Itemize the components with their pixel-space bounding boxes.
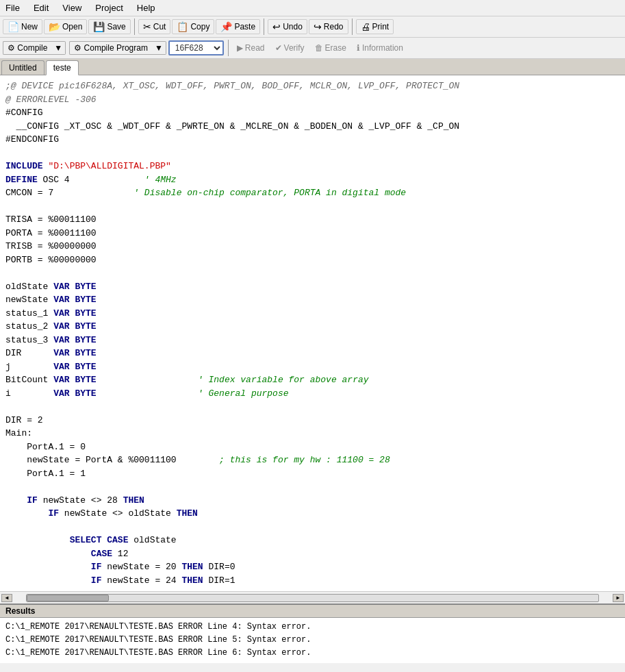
cmcon-line: CMCON = 7 ' Disable on-chip comparator, … <box>5 188 406 198</box>
if-keyword-2: IF <box>48 508 59 519</box>
byte-keyword-9: BYTE <box>75 388 96 399</box>
read-button[interactable]: ▶ Read <box>233 42 269 54</box>
compile-program-button[interactable]: ⚙ Compile Program <box>69 41 152 55</box>
var-keyword-7: VAR <box>53 362 69 372</box>
menu-project[interactable]: Project <box>92 1 125 14</box>
menu-edit[interactable]: Edit <box>31 1 51 14</box>
oldstate-line: oldState VAR BYTE <box>5 282 97 292</box>
main-label: Main: <box>5 428 32 438</box>
if-keyword-1: IF <box>27 495 38 506</box>
var-keyword-8: VAR <box>53 375 69 385</box>
menu-bar: File Edit View Project Help <box>0 0 625 16</box>
cut-icon: ✂ <box>143 21 151 32</box>
config-keyword: #CONFIG <box>5 108 43 118</box>
editor-area[interactable]: ;@ DEVICE pic16F628A, XT_OSC, WDT_OFF, P… <box>0 75 625 591</box>
if-newstate-20-line: IF newState = 20 THEN DIR=0 <box>5 562 235 572</box>
menu-help[interactable]: Help <box>134 1 158 14</box>
info-icon: ℹ <box>357 43 360 53</box>
status3-line: status_3 VAR BYTE <box>5 335 97 345</box>
print-icon: 🖨 <box>361 21 370 32</box>
new-button[interactable]: 📄 New <box>3 19 42 34</box>
redo-icon: ↪ <box>314 21 322 32</box>
menu-view[interactable]: View <box>60 1 84 14</box>
include-line: INCLUDE "D:\PBP\ALLDIGITAL.PBP" <box>5 161 171 171</box>
byte-keyword-2: BYTE <box>75 295 96 305</box>
newstate-comment: ; this is for my hw : 11100 = 28 <box>219 455 390 465</box>
paste-button[interactable]: 📌 Paste <box>216 19 260 34</box>
trisb-line: TRISB = %00000000 <box>5 241 97 251</box>
error-line-1: C:\1_REMOTE 2017\RENAULT\TESTE.BAS ERROR… <box>5 621 620 634</box>
print-button[interactable]: 🖨 Print <box>356 19 394 34</box>
if-keyword-4: IF <box>91 575 102 586</box>
copy-button[interactable]: 📋 Copy <box>172 19 214 34</box>
endconfig-keyword: #ENDCONFIG <box>5 134 59 145</box>
then-keyword-2: THEN <box>177 508 198 519</box>
var-keyword-4: VAR <box>53 321 69 332</box>
then-keyword-3: THEN <box>181 562 203 572</box>
new-icon: 📄 <box>8 21 19 32</box>
porta1-one-line: PortA.1 = 1 <box>5 469 86 479</box>
paste-icon: 📌 <box>220 21 232 32</box>
var-keyword-3: VAR <box>53 308 69 319</box>
status1-line: status_1 VAR BYTE <box>5 308 97 319</box>
error-line-3: C:\1_REMOTE 2017\RENAULT\TESTE.BAS ERROR… <box>5 647 620 660</box>
dir-assign-line: DIR = 2 <box>5 415 43 425</box>
verify-button[interactable]: ✔ Verify <box>271 42 309 54</box>
cut-button[interactable]: ✂ Cut <box>138 19 171 34</box>
porta-line: PORTA = %00011100 <box>5 228 97 238</box>
i-line: i VAR BYTE ' General purpose <box>5 388 289 399</box>
byte-keyword-4: BYTE <box>75 321 96 332</box>
byte-keyword-5: BYTE <box>75 335 96 345</box>
then-keyword-1: THEN <box>123 495 144 506</box>
undo-button[interactable]: ↩ Undo <box>268 19 307 34</box>
undo-icon: ↩ <box>272 21 281 32</box>
compile-program-arrow-button[interactable]: ▼ <box>152 41 166 55</box>
config-line: __CONFIG _XT_OSC & _WDT_OFF & _PWRTE_ON … <box>5 121 459 132</box>
separator-2 <box>264 18 264 35</box>
byte-keyword-7: BYTE <box>75 362 96 372</box>
j-line: j VAR BYTE <box>5 362 97 372</box>
open-button[interactable]: 📂 Open <box>44 19 87 34</box>
byte-keyword-3: BYTE <box>75 308 96 319</box>
define-line: DEFINE OSC 4 ' 4MHz <box>5 175 177 185</box>
error-line-2: C:\1_REMOTE 2017\RENAULT\TESTE.BAS ERROR… <box>5 634 620 647</box>
information-button[interactable]: ℹ Information <box>353 42 407 54</box>
scroll-right-button[interactable]: ▶ <box>613 594 624 602</box>
compile-arrow-button[interactable]: ▼ <box>51 41 66 55</box>
var-keyword-5: VAR <box>53 335 69 345</box>
separator-compile <box>228 40 229 56</box>
compile-button[interactable]: ⚙ Compile <box>3 41 51 55</box>
porta1-zero-line: PortA.1 = 0 <box>5 442 86 452</box>
include-path: "D:\PBP\ALLDIGITAL.PBP" <box>48 161 170 171</box>
define-keyword: DEFINE <box>5 175 38 185</box>
bitcount-comment: ' Index variable for above array <box>198 375 369 385</box>
device-directive: ;@ DEVICE pic16F628A, XT_OSC, WDT_OFF, P… <box>5 81 459 91</box>
portb-line: PORTB = %00000000 <box>5 255 97 265</box>
status2-line: status_2 VAR BYTE <box>5 321 97 332</box>
trisa-line: TRISA = %00011100 <box>5 214 97 225</box>
toolbar: 📄 New 📂 Open 💾 Save ✂ Cut 📋 Copy 📌 Paste… <box>0 16 625 38</box>
redo-button[interactable]: ↪ Redo <box>309 19 348 34</box>
copy-icon: 📋 <box>177 21 188 32</box>
horizontal-scrollbar[interactable] <box>26 594 599 602</box>
save-button[interactable]: 💾 Save <box>88 19 130 34</box>
if-oldstate-line: IF newState <> oldState THEN <box>5 508 198 519</box>
compile-bar: ⚙ Compile ▼ ⚙ Compile Program ▼ 16F628 1… <box>0 38 625 59</box>
tab-untitled[interactable]: Untitled <box>1 60 44 75</box>
read-icon: ▶ <box>237 43 243 53</box>
then-keyword-4: THEN <box>181 575 203 586</box>
case-12-line: CASE 12 <box>5 549 128 559</box>
erase-icon: 🗑 <box>315 43 323 53</box>
erase-button[interactable]: 🗑 Erase <box>311 42 350 54</box>
horizontal-scrollbar-area: ◀ ▶ <box>0 591 625 603</box>
scrollbar-thumb[interactable] <box>27 595 109 601</box>
results-content: C:\1_REMOTE 2017\RENAULT\TESTE.BAS ERROR… <box>0 618 625 663</box>
compile-icon: ⚙ <box>8 43 15 53</box>
separator-3 <box>352 18 353 35</box>
cmcon-comment: ' Disable on-chip comparator, PORTA in d… <box>133 188 406 198</box>
tab-teste[interactable]: teste <box>46 60 79 75</box>
var-keyword-9: VAR <box>53 388 69 399</box>
scroll-left-button[interactable]: ◀ <box>1 594 12 602</box>
device-select[interactable]: 16F628 16F84A 16F877A <box>168 40 224 55</box>
menu-file[interactable]: File <box>3 1 23 14</box>
